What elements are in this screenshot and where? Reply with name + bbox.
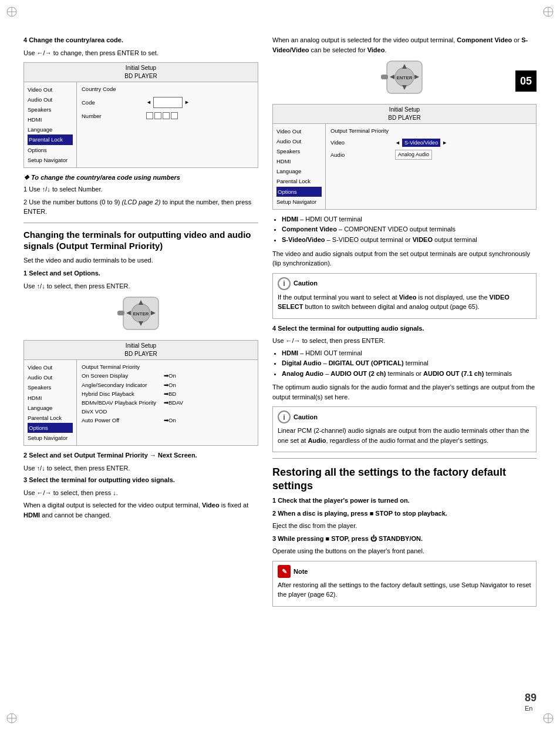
- menu-item-audio-out: Audio Out: [28, 95, 73, 105]
- terminal-bullets: HDMI – HDMI OUT terminal Component Video…: [282, 214, 537, 245]
- right-column: When an analog output is selected for th…: [272, 35, 537, 611]
- menu-item-video-out: Video Out: [28, 85, 73, 95]
- left-column: 4 Change the country/area code. Use ←/→ …: [23, 35, 258, 611]
- svg-text:ENTER: ENTER: [133, 311, 149, 317]
- menu-item-speakers: Speakers: [28, 105, 73, 115]
- menu-item-hdmi: HDMI: [28, 115, 73, 125]
- note-text: After restoring all the settings to the …: [278, 580, 531, 600]
- bd-player-ui-1: Initial Setup BD PLAYER Video Out Audio …: [23, 62, 258, 168]
- step3-note: When a digital output is selected for th…: [23, 500, 258, 520]
- tip-step2: 2 Use the number buttons (0 to 9) (LCD p…: [23, 197, 258, 217]
- factory-heading: Restoring all the settings to the factor…: [272, 466, 537, 492]
- opt-osd-label: On Screen Display: [82, 371, 164, 380]
- ui2-menu-audio-out: Audio Out: [28, 372, 73, 382]
- caution-box-2: i Caution Linear PCM (2-channel) audio s…: [272, 406, 537, 452]
- bullet-svideo: S-Video/Video – S-VIDEO output terminal …: [282, 235, 537, 245]
- options-table: Output Terminal Priority On Screen Displ…: [82, 362, 253, 425]
- step4: 4 Select the terminal for outputting aud…: [272, 324, 537, 334]
- ui2-menu-options: Options: [28, 423, 73, 433]
- code-left-arrow[interactable]: ◄: [146, 98, 151, 106]
- step3: 3 Select the terminal for outputting vid…: [23, 475, 258, 485]
- ui2-menu-video-out: Video Out: [28, 362, 73, 372]
- menu-item-parental-lock: Parental Lock: [28, 134, 73, 144]
- audio-bullet-analog: Analog Audio – AUDIO OUT (2 ch) terminal…: [282, 369, 537, 379]
- bd-player-ui-3: Initial Setup BD PLAYER Video Out Audio …: [272, 104, 537, 210]
- ui3-content: Output Terminal Priority Video ◄ S-Video…: [326, 124, 536, 209]
- ui3-menu-speakers: Speakers: [276, 146, 322, 156]
- ui2-menu: Video Out Audio Out Speakers HDMI Langua…: [24, 360, 77, 445]
- number-label: Number: [82, 112, 146, 120]
- ui3-video-right[interactable]: ►: [442, 139, 447, 147]
- ui3-audio-label: Audio: [330, 150, 395, 159]
- note-heading: Note: [294, 567, 308, 577]
- svg-text:ENTER: ENTER: [396, 75, 412, 80]
- code-field: [153, 97, 183, 107]
- opt-angle-label: Angle/Secondary Indicator: [82, 381, 164, 389]
- ui3-video-left[interactable]: ◄: [395, 139, 400, 147]
- opt-bdmv-label: BDMv/BDAV Playback Priority: [82, 398, 164, 407]
- note-box: ✎ Note After restoring all the settings …: [272, 561, 537, 607]
- menu-item-setup-navigator: Setup Navigator: [28, 155, 73, 165]
- section-heading: Changing the terminals for outputting vi…: [23, 229, 258, 252]
- ui1-titlebar: Initial Setup BD PLAYER: [24, 63, 258, 82]
- factory-step2-detail: Eject the disc from the player.: [272, 521, 537, 531]
- section-number: 05: [515, 70, 537, 92]
- caution-icon-1: i: [278, 277, 291, 290]
- corner-mark-tr: [541, 5, 555, 19]
- step4-heading: 4 Change the country/area code.: [23, 35, 258, 45]
- ui3-menu-hdmi: HDMI: [276, 156, 322, 166]
- nav-circle-2: ENTER: [272, 58, 537, 99]
- ui3-menu-audio-out: Audio Out: [276, 136, 322, 146]
- opt-angle-val: ➡On: [164, 381, 253, 389]
- ui3-menu-options: Options: [276, 187, 322, 197]
- country-code-label: Country Code: [82, 85, 146, 93]
- tip-step1: 1 Use ↑/↓ to select Number.: [23, 184, 258, 194]
- opt-autopower-val: ➡On: [164, 416, 253, 425]
- ui3-titlebar: Initial Setup BD PLAYER: [273, 105, 536, 124]
- audio-bullets: HDMI – HDMI OUT terminal Digital Audio –…: [282, 348, 537, 379]
- caution-heading-2: Caution: [294, 412, 318, 422]
- number-boxes: [146, 112, 178, 119]
- bullet-component: Component Video – COMPONENT VIDEO output…: [282, 224, 537, 235]
- menu-item-options: Options: [28, 145, 73, 155]
- ui2-menu-speakers: Speakers: [28, 382, 73, 392]
- tip-heading: ❖ To change the country/area code using …: [23, 173, 258, 183]
- caution-text-2: Linear PCM (2-channel) audio signals are…: [278, 426, 531, 445]
- code-label: Code: [82, 98, 146, 107]
- ui3-menu: Video Out Audio Out Speakers HDMI Langua…: [273, 124, 326, 209]
- bullet-hdmi: HDMI – HDMI OUT terminal: [282, 214, 537, 225]
- ui1-menu: Video Out Audio Out Speakers HDMI Langua…: [24, 82, 77, 167]
- opt-autopower-label: Auto Power Off: [82, 416, 164, 425]
- caution-heading-1: Caution: [294, 278, 318, 288]
- opt-osd-val: ➡On: [164, 371, 253, 380]
- audio-bullet-hdmi: HDMI – HDMI OUT terminal: [282, 348, 537, 359]
- ui3-menu-parental-lock: Parental Lock: [276, 176, 322, 186]
- code-right-arrow[interactable]: ►: [184, 98, 190, 106]
- step1: 1 Select and set Options.: [23, 268, 258, 278]
- svg-rect-19: [117, 311, 124, 315]
- opt-hybrid-val: ➡BD: [164, 389, 253, 398]
- ui3-menu-setup-navigator: Setup Navigator: [276, 197, 322, 207]
- step4-instruction: Use ←/→ to change, then press ENTER to s…: [23, 48, 258, 58]
- set-instruction: Set the video and audio terminals to be …: [23, 255, 258, 265]
- corner-mark-br: [541, 711, 555, 725]
- ui2-menu-parental-lock: Parental Lock: [28, 413, 73, 423]
- lip-sync-text: The video and audio signals output from …: [272, 249, 537, 268]
- opt-hybrid-label: Hybrid Disc Playback: [82, 389, 164, 398]
- page: 05 4 Change the country/area code. Use ←…: [0, 0, 560, 730]
- step4-detail: Use ←/→ to select, then press ENTER.: [272, 336, 537, 346]
- optimum-text: The optimum audio signals for the audio …: [272, 382, 537, 402]
- opt-terminal-priority-label: Output Terminal Priority: [82, 362, 164, 371]
- ui3-video-value: S-Video/Video: [402, 139, 440, 147]
- page-lang: En: [525, 705, 532, 712]
- ui3-menu-video-out: Video Out: [276, 126, 322, 136]
- ui3-video-label: Video: [330, 138, 395, 147]
- ui2-menu-setup-navigator: Setup Navigator: [28, 433, 73, 443]
- factory-step3: 3 While pressing ■ STOP, press ⏻ STANDBY…: [272, 534, 537, 544]
- caution-text-1: If the output terminal you want to selec…: [278, 292, 531, 312]
- page-number: 89: [525, 692, 537, 704]
- ui1-content: Country Code Code ◄ ► Number: [77, 82, 258, 167]
- audio-bullet-digital: Digital Audio – DIGITAL OUT (OPTICAL) te…: [282, 358, 537, 369]
- step2: 2 Select and set Output Terminal Priorit…: [23, 450, 258, 460]
- opt-divx-label: DivX VOD: [82, 407, 164, 416]
